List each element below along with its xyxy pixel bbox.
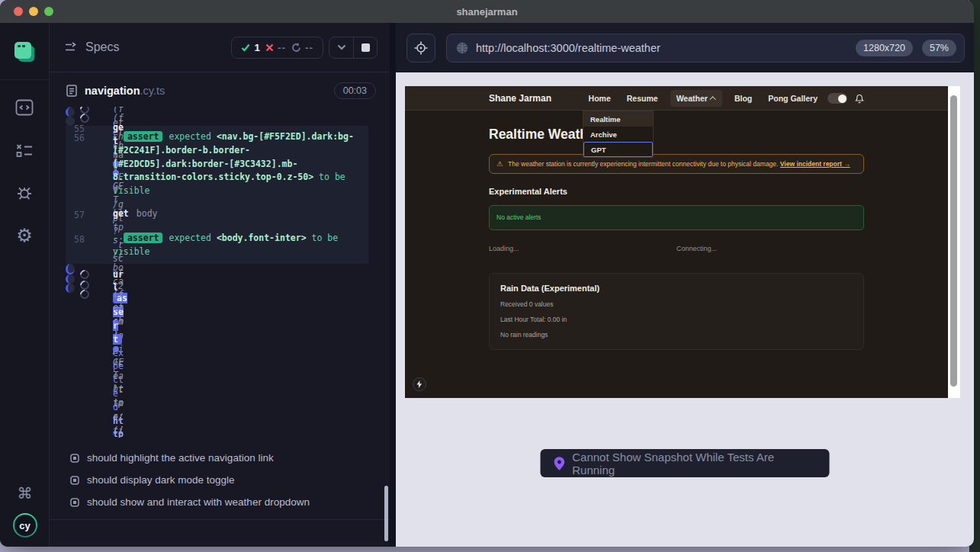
viewport-scale-badge[interactable]: 57% (922, 40, 956, 56)
specs-title: Specs (85, 40, 119, 54)
test-title: should show and interact with weather dr… (87, 496, 310, 508)
test-pending-icon (70, 454, 79, 463)
cypress-logo-icon[interactable] (9, 37, 40, 67)
stop-icon (361, 43, 370, 52)
rain-card-title: Rain Data (Experimental) (500, 284, 853, 293)
nav-link-blog[interactable]: Blog (731, 91, 756, 106)
connecting-text: Connecting... (676, 245, 864, 252)
line-number: 57 (68, 209, 85, 223)
x-icon (265, 43, 274, 52)
warning-icon: ⚠ (496, 160, 503, 168)
keyboard-shortcuts-icon[interactable]: ⌘ (18, 484, 33, 502)
specs-menu-icon (65, 42, 79, 53)
stat-failed: -- (265, 42, 286, 53)
stat-passed: 1 (241, 42, 260, 53)
stop-tests-button[interactable] (353, 37, 377, 58)
alerts-status-text: No active alerts (496, 213, 541, 221)
weather-dropdown-menu: RealtimeArchiveGPT (583, 111, 654, 158)
collapse-all-button[interactable] (329, 37, 353, 58)
log-command-row[interactable]: url (66, 264, 75, 274)
log-command-row[interactable]: 57getbody (66, 203, 368, 227)
command-log: (fetch)GET /gpt?_rsc=tt2xu(fetch)GEThttp… (66, 107, 368, 293)
globe-icon (456, 42, 468, 54)
rail-divider (0, 79, 50, 80)
url-text: http://localhost:3000/realtime-weather (476, 42, 848, 54)
cypress-version-badge[interactable]: cy (13, 513, 37, 538)
line-number: 58 (68, 233, 85, 247)
app-under-test: Shane Jarman HomeResumeWeatherBlogPong G… (405, 86, 948, 398)
dark-mode-toggle[interactable] (827, 93, 847, 104)
aut-scrollbar-thumb[interactable] (950, 95, 957, 387)
log-command-text: -assertexpected<nav.bg-[#F5F2ED].dark:bg… (113, 130, 368, 198)
panel-splitter[interactable] (390, 23, 396, 547)
browser-header: http://localhost:3000/realtime-weather 1… (396, 23, 974, 72)
log-command-row[interactable]: 56-assertexpected<nav.bg-[#F5F2ED].dark:… (66, 126, 368, 203)
alerts-status-box: No active alerts (489, 205, 864, 230)
dropdown-item-gpt[interactable]: GPT (583, 142, 653, 157)
snapshot-message-text: Cannot Show Snapshot While Tests Are Run… (572, 451, 815, 477)
reporter-header: Specs 1 -- -- (50, 23, 390, 72)
pin-icon (554, 457, 565, 470)
rain-data-card: Rain Data (Experimental) Received 0 valu… (489, 273, 864, 350)
snapshot-message: Cannot Show Snapshot While Tests Are Run… (541, 449, 830, 477)
spec-file-row[interactable]: navigation.cy.ts 00:03 (50, 72, 390, 107)
aut-navbar: Shane Jarman HomeResumeWeatherBlogPong G… (405, 86, 948, 111)
warning-text: The weather station is currently experie… (508, 160, 850, 168)
url-bar[interactable]: http://localhost:3000/realtime-weather 1… (446, 34, 965, 63)
nav-link-resume[interactable]: Resume (623, 91, 662, 106)
dropdown-item-archive[interactable]: Archive (583, 127, 653, 142)
log-command-text: -assertexpected<body.font-inter>to be vi… (113, 232, 368, 259)
crosshair-icon (414, 41, 428, 55)
nextjs-dev-indicator[interactable] (413, 377, 426, 391)
selector-playground-button[interactable] (406, 34, 435, 63)
log-command-text: getbody (113, 207, 368, 223)
rain-no-readings: No rain readings (500, 331, 853, 339)
dropdown-item-realtime[interactable]: Realtime (583, 111, 653, 127)
nav-link-weather[interactable]: Weather (670, 90, 722, 107)
nav-link-pong-gallery[interactable]: Pong Gallery (764, 91, 821, 106)
alerts-heading: Experimental Alerts (489, 187, 864, 196)
aut-scrollbar[interactable] (948, 86, 960, 398)
chevron-up-icon (709, 96, 715, 102)
log-command-row[interactable]: (fetch)GEThttps://bocawx.com/api/realtim… (66, 284, 75, 293)
spec-file-icon (66, 85, 77, 97)
aut-nav-links: HomeResumeWeatherBlogPong Gallery (585, 90, 821, 107)
log-command-row[interactable]: 55getnav (66, 117, 75, 126)
stat-pending: -- (291, 42, 313, 53)
notifications-bell-icon[interactable] (855, 94, 864, 104)
specs-browser-icon[interactable] (9, 92, 40, 123)
test-item[interactable]: should show and interact with weather dr… (70, 491, 390, 513)
aut-brand[interactable]: Shane Jarman (489, 93, 551, 104)
reporter-scrollbar-thumb[interactable] (384, 486, 388, 541)
app-stage: Shane Jarman HomeResumeWeatherBlogPong G… (396, 72, 974, 547)
log-command-row[interactable]: (fetch)GEThttps://bocawx.com/api/realtim… (66, 108, 75, 117)
line-number: 56 (68, 132, 85, 146)
reporter-panel: Specs 1 -- -- (50, 23, 390, 547)
request-dot-icon (113, 346, 119, 352)
check-icon (241, 43, 250, 52)
viewport-size-badge[interactable]: 1280x720 (856, 40, 913, 56)
pending-tests-list: should highlight the active navigation l… (50, 438, 390, 513)
page-title: Realtime Weather (489, 127, 864, 143)
titlebar: shanejarman (0, 0, 974, 23)
chevron-down-icon (337, 44, 346, 50)
command-log-viewport[interactable]: (fetch)GET /gpt?_rsc=tt2xu(fetch)GEThttp… (66, 107, 368, 438)
nav-link-home[interactable]: Home (585, 91, 615, 106)
log-command-row[interactable]: -assertexpectedhttp://localhost:3000/rea… (66, 274, 75, 284)
restart-icon (291, 43, 301, 53)
spec-name: navigation.cy.ts (85, 85, 165, 97)
spinner-icon (79, 287, 92, 300)
incident-warning-banner: ⚠ The weather station is currently exper… (489, 154, 864, 174)
loading-text: Loading... (489, 245, 676, 252)
incident-report-link[interactable]: View incident report → (780, 160, 850, 168)
test-item[interactable]: should highlight the active navigation l… (70, 447, 390, 469)
settings-gear-icon[interactable]: ⚙ (9, 220, 40, 251)
rain-last-hour: Last Hour Total: 0.00 in (500, 316, 853, 323)
sidebar-rail: ⚙ ⌘ cy (0, 23, 50, 547)
toggle-knob (838, 95, 847, 103)
test-stats: 1 -- -- (231, 37, 323, 59)
log-command-row[interactable]: 58-assertexpected<body.font-inter>to be … (66, 227, 368, 264)
runs-checklist-icon[interactable] (9, 135, 40, 165)
test-item[interactable]: should display dark mode toggle (70, 469, 390, 491)
debug-bug-icon[interactable] (9, 178, 40, 208)
